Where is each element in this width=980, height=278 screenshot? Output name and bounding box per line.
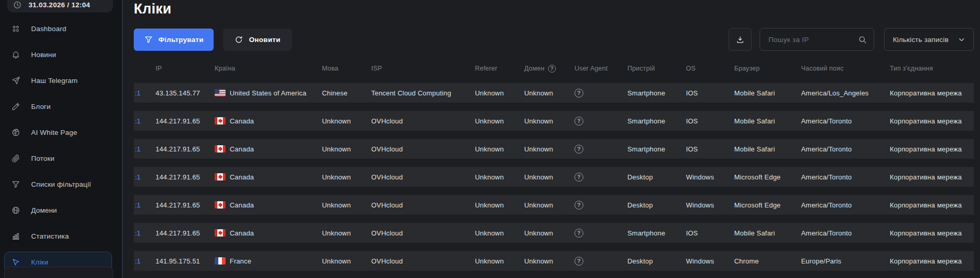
- cell-user-agent: ?: [575, 89, 627, 98]
- cell-user-agent: ?: [575, 173, 627, 182]
- cell-referer: Unknown: [475, 173, 524, 181]
- cell-language: Unknown: [322, 145, 371, 153]
- table-row[interactable]: :1 144.217.91.65 Canada Unknown OVHcloud…: [134, 223, 974, 243]
- sidebar-item[interactable]: Потоки: [4, 148, 112, 169]
- sidebar-item-label: Кліки: [31, 258, 48, 266]
- cell-domain: Unknown: [524, 117, 575, 125]
- cell-ip: 144.217.91.65: [156, 173, 215, 181]
- cell-language: Unknown: [322, 257, 371, 265]
- page-title: Кліки: [134, 1, 974, 17]
- cell-device: Smartphone: [627, 145, 686, 153]
- table-row[interactable]: :1 144.217.91.65 Canada Unknown OVHcloud…: [134, 167, 974, 187]
- filter-button[interactable]: Фільтрувати: [134, 29, 214, 51]
- cell-country: Canada: [215, 173, 322, 181]
- search-input[interactable]: [767, 35, 854, 44]
- sidebar-item[interactable]: Dashboard: [4, 18, 112, 39]
- cell-connection: Корпоративна мережа: [890, 229, 974, 237]
- search-icon[interactable]: [858, 35, 867, 44]
- table-row[interactable]: :1 144.217.91.65 Canada Unknown OVHcloud…: [134, 111, 974, 131]
- cell-os: IOS: [686, 229, 734, 237]
- date-time-card: 31.03.2026 / 12:04: [7, 0, 113, 12]
- bell-icon: [11, 50, 20, 59]
- cell-timezone: Europe/Paris: [801, 257, 890, 265]
- table-row[interactable]: :1 144.217.91.65 Canada Unknown OVHcloud…: [134, 195, 974, 215]
- question-circle-icon[interactable]: ?: [575, 117, 583, 126]
- sidebar-item-label: Статистика: [31, 232, 69, 240]
- row-id-link[interactable]: :1: [134, 257, 156, 265]
- sidebar-item-label: Потоки: [31, 155, 54, 162]
- question-circle-icon[interactable]: ?: [575, 145, 583, 154]
- cell-domain: Unknown: [524, 173, 575, 181]
- column-header: Домен?: [524, 65, 575, 73]
- cell-referer: Unknown: [475, 229, 524, 237]
- sidebar-item[interactable]: AI White Page: [4, 122, 112, 143]
- sidebar-item[interactable]: Новини: [4, 44, 112, 65]
- main-content: Кліки Фільтрувати Оновити Кількість запи…: [124, 0, 980, 278]
- cell-browser: Microsoft Edge: [734, 173, 801, 181]
- cell-country: Canada: [215, 117, 322, 125]
- download-icon: [736, 35, 745, 44]
- brain-icon: [11, 128, 20, 137]
- cell-language: Unknown: [322, 173, 371, 181]
- question-circle-icon[interactable]: ?: [575, 201, 583, 210]
- column-header: Мова: [322, 65, 371, 72]
- sidebar-item[interactable]: Списки фільтрації: [4, 174, 112, 194]
- cell-country: Canada: [215, 229, 322, 237]
- cell-domain: Unknown: [524, 89, 575, 97]
- sidebar-item-label: AI White Page: [31, 129, 77, 136]
- cell-domain: Unknown: [524, 201, 575, 209]
- question-circle-icon[interactable]: ?: [575, 257, 583, 266]
- cell-timezone: America/Toronto: [801, 173, 890, 181]
- cell-connection: Корпоративна мережа: [890, 145, 974, 153]
- row-id-link[interactable]: :1: [134, 145, 156, 153]
- sidebar-item[interactable]: Наш Telegram: [4, 70, 112, 91]
- cell-ip: 144.217.91.65: [156, 145, 215, 153]
- sidebar-item[interactable]: Домени: [4, 200, 112, 220]
- country-flag-icon: [215, 89, 226, 96]
- column-header: Тип з'єднання: [890, 65, 974, 72]
- cell-referer: Unknown: [475, 257, 524, 265]
- column-header: Referer: [475, 65, 524, 72]
- row-id-link[interactable]: :1: [134, 89, 156, 97]
- cell-browser: Chrome: [734, 257, 801, 265]
- cell-browser: Microsoft Edge: [734, 201, 801, 209]
- cell-connection: Корпоративна мережа: [890, 201, 974, 209]
- question-circle-icon[interactable]: ?: [575, 89, 583, 98]
- country-flag-icon: [215, 201, 226, 208]
- cell-country: France: [215, 257, 322, 265]
- refresh-button[interactable]: Оновити: [223, 29, 292, 51]
- cell-connection: Корпоративна мережа: [890, 257, 974, 265]
- cell-browser: Mobile Safari: [734, 89, 801, 97]
- question-circle-icon[interactable]: ?: [575, 173, 583, 182]
- cell-isp: Tencent Cloud Computing: [371, 89, 475, 97]
- question-circle-icon[interactable]: ?: [548, 65, 556, 73]
- table-row[interactable]: :1 144.217.91.65 Canada Unknown OVHcloud…: [134, 139, 974, 159]
- table-body: :1 43.135.145.77 United States of Americ…: [134, 83, 974, 271]
- cell-browser: Mobile Safari: [734, 117, 801, 125]
- column-header: IP: [156, 65, 215, 72]
- funnel-icon: [144, 35, 153, 44]
- row-id-link[interactable]: :1: [134, 201, 156, 209]
- sidebar-nav: Dashboard Новини Наш Telegram Блоги AI W…: [0, 18, 122, 272]
- cell-user-agent: ?: [575, 257, 627, 266]
- records-count-select[interactable]: Кількість записів: [884, 28, 974, 51]
- row-id-link[interactable]: :1: [134, 173, 156, 181]
- sidebar-item-label: Блоги: [31, 103, 51, 110]
- table-row[interactable]: :1 141.95.175.51 France Unknown OVHcloud…: [134, 251, 974, 271]
- pencil-icon: [11, 102, 20, 111]
- row-id-link[interactable]: :1: [134, 229, 156, 237]
- question-circle-icon[interactable]: ?: [575, 229, 583, 238]
- cell-referer: Unknown: [475, 145, 524, 153]
- table-row[interactable]: :1 43.135.145.77 United States of Americ…: [134, 83, 974, 103]
- column-header: Браузер: [734, 65, 801, 72]
- column-header: User Agent: [575, 65, 627, 72]
- cell-isp: OVHcloud: [371, 145, 475, 153]
- download-button[interactable]: [729, 28, 752, 51]
- row-id-link[interactable]: :1: [134, 117, 156, 125]
- sidebar-item[interactable]: Статистика: [4, 226, 112, 246]
- search-box: [760, 28, 874, 51]
- cell-referer: Unknown: [475, 89, 524, 97]
- cell-language: Unknown: [322, 201, 371, 209]
- refresh-icon: [234, 35, 243, 44]
- sidebar-item[interactable]: Блоги: [4, 96, 112, 117]
